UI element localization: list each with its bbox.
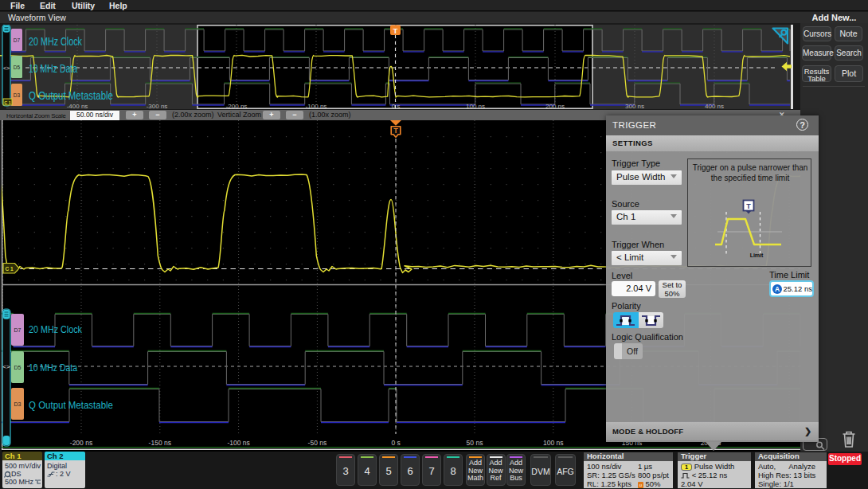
svg-text:T: T	[393, 26, 398, 35]
svg-text:C 1: C 1	[4, 100, 11, 105]
svg-text:-200 ns: -200 ns	[226, 103, 248, 110]
svg-text:-400 ns: -400 ns	[67, 103, 88, 110]
svg-text:0 s: 0 s	[392, 439, 401, 447]
svg-text:0 s: 0 s	[392, 103, 401, 110]
svg-text:T: T	[746, 202, 751, 210]
svg-text:100 ns: 100 ns	[466, 103, 485, 110]
svg-text:D3: D3	[14, 92, 21, 98]
svg-text:300 ns: 300 ns	[625, 103, 644, 110]
svg-text:-150 ns: -150 ns	[149, 439, 171, 447]
svg-text:Limit: Limit	[750, 252, 764, 258]
svg-text:200 ns: 200 ns	[545, 103, 565, 110]
svg-text:T: T	[393, 127, 398, 135]
svg-text:20 MHz Clock: 20 MHz Clock	[29, 34, 82, 48]
svg-text:Q Output Metastable: Q Output Metastable	[29, 399, 113, 411]
svg-text:10 MHz Data: 10 MHz Data	[29, 61, 77, 75]
svg-text:-100 ns: -100 ns	[306, 103, 327, 110]
svg-text:400 ns: 400 ns	[705, 103, 724, 110]
svg-text:50 ns: 50 ns	[467, 439, 483, 447]
svg-text:-300 ns: -300 ns	[147, 103, 168, 110]
svg-text:D5: D5	[14, 65, 21, 70]
svg-text:D7: D7	[14, 37, 21, 43]
svg-text:Q Output Metastable: Q Output Metastable	[29, 88, 113, 102]
svg-text:-100 ns: -100 ns	[227, 439, 249, 447]
svg-text:20 MHz Clock: 20 MHz Clock	[29, 323, 82, 335]
svg-text:-50 ns: -50 ns	[308, 439, 327, 447]
svg-text:10 MHz Data: 10 MHz Data	[29, 362, 77, 374]
svg-text:<>: <>	[3, 65, 10, 71]
svg-text:100 ns: 100 ns	[543, 439, 564, 447]
